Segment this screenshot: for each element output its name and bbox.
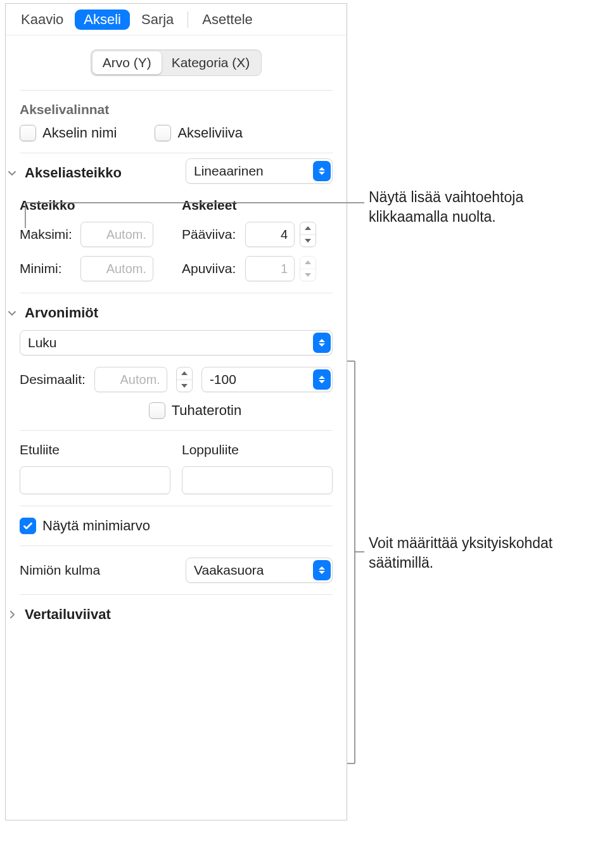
reference-lines-title: Vertailuviivat xyxy=(25,606,111,623)
suffix-label: Loppuliite xyxy=(182,442,333,457)
suffix-input-field[interactable] xyxy=(189,467,326,494)
decimals-input-field[interactable] xyxy=(101,367,160,392)
max-input[interactable] xyxy=(80,222,153,247)
major-input-field[interactable] xyxy=(252,222,288,246)
scale-type-popup[interactable]: Lineaarinen xyxy=(186,158,333,184)
value-format-popup[interactable]: Luku xyxy=(20,330,333,355)
axis-options-section: Akselivalinnat Akselin nimi Akseliviiva xyxy=(20,91,333,153)
major-label: Pääviiva: xyxy=(182,227,240,242)
axis-scale-title: Akseliasteikko xyxy=(25,165,122,181)
max-label: Maksimi: xyxy=(20,227,75,242)
stepper-up-icon xyxy=(300,257,316,269)
axis-segmented-row: Arvo (Y) Kategoria (X) xyxy=(20,35,333,91)
scale-heading: Asteikko xyxy=(20,198,170,213)
checkbox-label: Tuhaterotin xyxy=(172,402,241,419)
popup-text: Vaakasuora xyxy=(194,563,313,578)
tab-chart[interactable]: Kaavio xyxy=(12,10,72,30)
axis-inspector-panel: Kaavio Akseli Sarja Asettele Arvo (Y) Ka… xyxy=(5,3,347,820)
label-angle-section: Nimiön kulma Vaakasuora xyxy=(20,546,333,595)
segment-value-y[interactable]: Arvo (Y) xyxy=(92,51,162,74)
negative-format-popup[interactable]: -100 xyxy=(201,367,333,392)
label-angle-popup[interactable]: Vaakasuora xyxy=(186,558,333,583)
affix-section: Etuliite Loppuliite xyxy=(20,431,333,506)
callout-2: Voit määrittää yksityiskohdat säätimillä… xyxy=(369,533,559,573)
stepper-up-icon[interactable] xyxy=(177,367,192,380)
decimals-stepper[interactable] xyxy=(176,367,193,392)
show-min-section: Näytä minimiarvo xyxy=(20,506,333,546)
chevron-right-icon xyxy=(6,608,18,621)
popup-text: Lineaarinen xyxy=(194,163,313,179)
popup-text: -100 xyxy=(210,372,313,387)
checkbox-thousands-separator[interactable]: Tuhaterotin xyxy=(149,402,241,419)
tab-series[interactable]: Sarja xyxy=(132,10,182,30)
reference-lines-section: Vertailuviivat xyxy=(20,595,333,634)
disclosure-reference-lines[interactable]: Vertailuviivat xyxy=(6,606,333,623)
value-labels-title: Arvonimiöt xyxy=(25,305,98,321)
checkbox-axis-line[interactable]: Akseliviiva xyxy=(155,125,243,141)
checkbox-axis-name[interactable]: Akselin nimi xyxy=(20,125,117,141)
stepper-down-icon[interactable] xyxy=(300,234,316,247)
label-angle-label: Nimiön kulma xyxy=(20,563,173,578)
checkbox-box xyxy=(155,125,171,141)
stepper-up-icon[interactable] xyxy=(300,222,316,234)
prefix-input[interactable] xyxy=(20,466,170,494)
chevron-down-icon xyxy=(6,307,18,319)
checkbox-box xyxy=(20,125,36,141)
minor-label: Apuviiva: xyxy=(182,261,240,276)
major-stepper[interactable] xyxy=(300,222,316,247)
major-input[interactable] xyxy=(245,222,295,247)
checkbox-label: Näytä minimiarvo xyxy=(42,518,150,534)
min-label: Minimi: xyxy=(20,261,75,276)
min-input[interactable] xyxy=(80,256,153,281)
steps-heading: Askeleet xyxy=(182,198,333,213)
minor-stepper xyxy=(300,256,316,281)
checkbox-label: Akseliviiva xyxy=(177,125,243,141)
popup-text: Luku xyxy=(28,335,313,350)
stepper-down-icon[interactable] xyxy=(177,380,192,392)
callout-1: Näytä lisää vaihtoehtoja klikkaamalla nu… xyxy=(369,188,584,227)
popup-arrows-icon xyxy=(313,333,331,353)
inspector-tabs: Kaavio Akseli Sarja Asettele xyxy=(6,4,347,35)
tab-axis[interactable]: Akseli xyxy=(75,10,130,30)
decimals-label: Desimaalit: xyxy=(20,372,86,387)
minor-input-field[interactable] xyxy=(252,257,288,281)
min-input-field[interactable] xyxy=(87,257,146,281)
popup-arrows-icon xyxy=(313,560,331,580)
tab-separator xyxy=(188,11,188,28)
prefix-label: Etuliite xyxy=(20,442,170,457)
checkbox-label: Akselin nimi xyxy=(42,125,117,141)
chevron-down-icon xyxy=(6,167,18,179)
checkbox-box xyxy=(149,402,165,419)
max-input-field[interactable] xyxy=(87,222,146,246)
disclosure-value-labels[interactable]: Arvonimiöt xyxy=(6,305,333,321)
stepper-down-icon xyxy=(300,269,316,281)
suffix-input[interactable] xyxy=(182,466,333,494)
popup-arrows-icon xyxy=(313,369,331,390)
tab-arrange[interactable]: Asettele xyxy=(193,10,262,30)
axis-segmented: Arvo (Y) Kategoria (X) xyxy=(91,49,262,76)
axis-options-title: Akselivalinnat xyxy=(20,102,333,117)
value-labels-section: Arvonimiöt Luku Desimaalit: -100 xyxy=(20,293,333,431)
segment-category-x[interactable]: Kategoria (X) xyxy=(162,51,260,74)
decimals-input[interactable] xyxy=(94,367,167,392)
checkbox-show-min[interactable]: Näytä minimiarvo xyxy=(20,518,333,534)
popup-arrows-icon xyxy=(313,161,331,181)
checkbox-box-checked xyxy=(20,518,36,534)
axis-scale-section: Akseliasteikko Lineaarinen Asteikko Aske… xyxy=(20,153,333,293)
prefix-input-field[interactable] xyxy=(27,467,163,494)
minor-input[interactable] xyxy=(245,256,295,281)
